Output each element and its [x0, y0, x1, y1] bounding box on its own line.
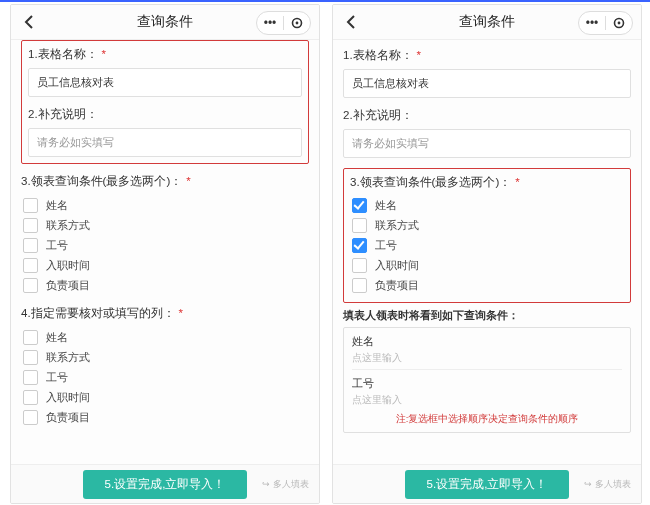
checkbox-icon [352, 258, 367, 273]
screen-left: 查询条件 ••• 1.表格名称：* 员工信息核对表 2.补充说明： 请务必如实填… [10, 4, 320, 504]
close-icon[interactable] [606, 17, 632, 29]
label-desc: 2.补充说明： [28, 107, 302, 122]
header: 查询条件 ••• [11, 5, 319, 40]
preview-field-input[interactable]: 点这里输入 [352, 351, 622, 370]
back-icon[interactable] [21, 13, 39, 31]
query-cond-list: 姓名 联系方式 工号 入职时间 负责项目 [350, 196, 624, 295]
checkbox-icon [23, 390, 38, 405]
preview-field-input[interactable]: 点这里输入 [352, 393, 622, 411]
input-table-name[interactable]: 员工信息核对表 [343, 69, 631, 98]
checkbox-row[interactable]: 联系方式 [350, 216, 624, 235]
label-query-cond: 3.领表查询条件(最多选两个)：* [350, 175, 624, 190]
input-desc[interactable]: 请务必如实填写 [343, 129, 631, 158]
page-title: 查询条件 [459, 13, 515, 31]
checkbox-row[interactable]: 负责项目 [350, 276, 624, 295]
checkbox-row[interactable]: 入职时间 [21, 388, 309, 407]
label-columns: 4.指定需要核对或填写的列：* [21, 306, 309, 321]
preview-note: 注:复选框中选择顺序决定查询条件的顺序 [352, 413, 622, 426]
submit-button[interactable]: 5.设置完成,立即导入！ [83, 470, 248, 499]
checkbox-icon [23, 278, 38, 293]
screen-right: 查询条件 ••• 1.表格名称：* 员工信息核对表 2.补充说明： 请务必如实填… [332, 4, 642, 504]
query-cond-list: 姓名 联系方式 工号 入职时间 负责项目 [21, 195, 309, 296]
checkbox-icon [23, 218, 38, 233]
preview-box: 姓名 点这里输入 工号 点这里输入 注:复选框中选择顺序决定查询条件的顺序 [343, 327, 631, 433]
menu-icon[interactable]: ••• [579, 17, 605, 29]
preview-field-label: 姓名 [352, 334, 622, 349]
checkbox-row[interactable]: 联系方式 [21, 348, 309, 367]
highlight-box-query: 3.领表查询条件(最多选两个)：* 姓名 联系方式 工号 入职时间 负责项目 [343, 168, 631, 303]
footer-note: ↪ 多人填表 [584, 478, 631, 491]
columns-list: 姓名 联系方式 工号 入职时间 负责项目 [21, 327, 309, 428]
label-table-name: 1.表格名称：* [343, 48, 631, 63]
checkbox-icon [23, 370, 38, 385]
footer: 5.设置完成,立即导入！ ↪ 多人填表 [11, 464, 319, 503]
input-table-name[interactable]: 员工信息核对表 [28, 68, 302, 97]
checkbox-row[interactable]: 负责项目 [21, 276, 309, 295]
footer: 5.设置完成,立即导入！ ↪ 多人填表 [333, 464, 641, 503]
checkbox-icon [352, 198, 367, 213]
checkbox-row[interactable]: 入职时间 [350, 256, 624, 275]
label-desc: 2.补充说明： [343, 108, 631, 123]
close-icon[interactable] [284, 17, 310, 29]
checkbox-row[interactable]: 工号 [350, 236, 624, 255]
checkbox-icon [23, 410, 38, 425]
checkbox-row[interactable]: 姓名 [21, 196, 309, 215]
checkbox-icon [23, 258, 38, 273]
footer-note: ↪ 多人填表 [262, 478, 309, 491]
miniapp-capsule[interactable]: ••• [578, 11, 633, 35]
preview-field-label: 工号 [352, 376, 622, 391]
checkbox-row[interactable]: 姓名 [21, 328, 309, 347]
miniapp-capsule[interactable]: ••• [256, 11, 311, 35]
checkbox-row[interactable]: 工号 [21, 236, 309, 255]
form-body: 1.表格名称：* 员工信息核对表 2.补充说明： 请务必如实填写 3.领表查询条… [333, 40, 641, 464]
svg-point-1 [296, 22, 299, 25]
checkbox-row[interactable]: 入职时间 [21, 256, 309, 275]
form-body: 1.表格名称：* 员工信息核对表 2.补充说明： 请务必如实填写 3.领表查询条… [11, 40, 319, 464]
checkbox-row[interactable]: 联系方式 [21, 216, 309, 235]
svg-point-3 [618, 22, 621, 25]
checkbox-icon [23, 198, 38, 213]
checkbox-icon [352, 278, 367, 293]
checkbox-icon [23, 238, 38, 253]
checkbox-row[interactable]: 姓名 [350, 196, 624, 215]
back-icon[interactable] [343, 13, 361, 31]
preview-title: 填表人领表时将看到如下查询条件： [343, 309, 631, 323]
checkbox-icon [23, 350, 38, 365]
submit-button[interactable]: 5.设置完成,立即导入！ [405, 470, 570, 499]
highlight-box-top: 1.表格名称：* 员工信息核对表 2.补充说明： 请务必如实填写 [21, 40, 309, 164]
menu-icon[interactable]: ••• [257, 17, 283, 29]
checkbox-icon [352, 218, 367, 233]
label-table-name: 1.表格名称：* [28, 47, 302, 62]
input-desc[interactable]: 请务必如实填写 [28, 128, 302, 157]
checkbox-row[interactable]: 工号 [21, 368, 309, 387]
page-title: 查询条件 [137, 13, 193, 31]
checkbox-icon [23, 330, 38, 345]
label-query-cond: 3.领表查询条件(最多选两个)：* [21, 174, 309, 189]
checkbox-icon [352, 238, 367, 253]
checkbox-row[interactable]: 负责项目 [21, 408, 309, 427]
header: 查询条件 ••• [333, 5, 641, 40]
